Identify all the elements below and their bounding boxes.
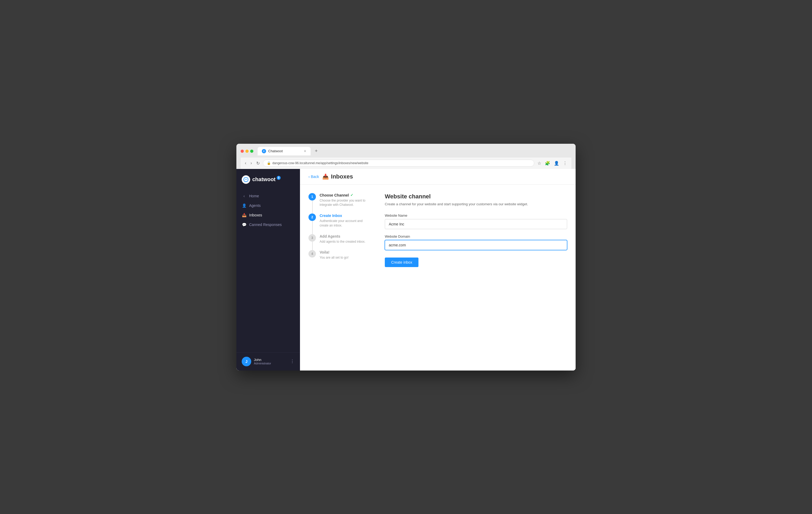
forward-nav-button[interactable]: › xyxy=(250,160,253,167)
form-title: Website channel xyxy=(385,193,567,200)
sidebar-item-label: Canned Responses xyxy=(249,222,282,227)
step-4-desc: You are all set to go! xyxy=(320,255,372,260)
inboxes-header-icon: 📥 xyxy=(322,173,329,180)
close-button[interactable] xyxy=(241,150,244,153)
sidebar-item-label: Home xyxy=(249,194,259,198)
user-info: John Administrator xyxy=(254,358,288,365)
sidebar-footer: J John Administrator ⋮ xyxy=(236,352,300,371)
svg-point-0 xyxy=(244,177,248,182)
step-1-desc: Choose the provider you want to integrat… xyxy=(320,198,372,208)
sidebar-item-label: Agents xyxy=(249,204,261,208)
agents-icon: 👤 xyxy=(242,204,246,208)
step-3: 3 Add Agents Add agents to the created i… xyxy=(309,234,372,244)
back-chevron-icon: ‹ xyxy=(309,174,310,179)
canned-responses-icon: 💬 xyxy=(242,222,246,227)
url-display: dangerous-cow-96.localtunnel.me/app/sett… xyxy=(272,161,368,165)
step-4-circle: 4 xyxy=(309,250,316,258)
main-area: ‹ Back 📥 Inboxes 1 Choo xyxy=(300,169,576,371)
step-4-info: Voila! You are all set to go! xyxy=(320,250,372,260)
user-menu-button[interactable]: ⋮ xyxy=(290,359,294,364)
sidebar-logo: chatwoot 8 xyxy=(236,169,300,189)
bookmark-icon[interactable]: ☆ xyxy=(536,160,542,167)
step-2-desc: Authenticate your account and create an … xyxy=(320,219,372,228)
avatar: J xyxy=(242,357,251,366)
step-2-info: Create Inbox Authenticate your account a… xyxy=(320,214,372,228)
sidebar-item-canned-responses[interactable]: 💬 Canned Responses xyxy=(236,220,300,229)
logo-badge: 8 xyxy=(277,176,281,180)
logo-text: chatwoot xyxy=(252,177,276,183)
create-inbox-button[interactable]: Create inbox xyxy=(385,258,418,267)
page-title-text: Inboxes xyxy=(331,173,353,180)
step-1-check-icon: ✓ xyxy=(350,193,353,197)
logo-icon xyxy=(242,175,250,184)
home-icon: ‹ xyxy=(242,194,246,198)
website-name-label: Website Name xyxy=(385,214,567,217)
step-1-title: Choose Channel ✓ xyxy=(320,193,372,197)
profile-icon[interactable]: 👤 xyxy=(553,160,560,167)
wizard-content: 1 Choose Channel ✓ Choose the provider y… xyxy=(300,185,576,371)
toolbar-actions: ☆ 🧩 👤 ⋮ xyxy=(536,160,568,167)
user-role: Administrator xyxy=(254,362,288,365)
user-name: John xyxy=(254,358,288,362)
step-1-circle: 1 xyxy=(309,193,316,200)
step-3-circle: 3 xyxy=(309,234,316,242)
sidebar-item-home[interactable]: ‹ Home xyxy=(236,191,300,201)
main-header: ‹ Back 📥 Inboxes xyxy=(300,169,576,185)
inboxes-icon: 📥 xyxy=(242,213,246,217)
website-name-input[interactable] xyxy=(385,219,567,229)
step-4-title: Voila! xyxy=(320,250,372,254)
step-3-desc: Add agents to the created inbox. xyxy=(320,240,372,244)
app-content: chatwoot 8 ‹ Home 👤 Agents 📥 Inboxes 💬 xyxy=(236,169,576,371)
sidebar: chatwoot 8 ‹ Home 👤 Agents 📥 Inboxes 💬 xyxy=(236,169,300,371)
sidebar-item-agents[interactable]: 👤 Agents xyxy=(236,201,300,210)
address-bar[interactable]: 🔒 dangerous-cow-96.localtunnel.me/app/se… xyxy=(263,160,534,167)
tab-label: Chatwoot xyxy=(268,149,283,153)
sidebar-item-label: Inboxes xyxy=(249,213,262,217)
new-tab-button[interactable]: + xyxy=(313,147,320,155)
back-link[interactable]: ‹ Back xyxy=(309,174,319,179)
maximize-button[interactable] xyxy=(250,150,253,153)
step-2-title: Create Inbox xyxy=(320,214,372,218)
reload-button[interactable]: ↻ xyxy=(255,160,261,167)
back-label: Back xyxy=(311,174,319,179)
tab-close-icon[interactable]: ✕ xyxy=(304,149,307,153)
page-title: 📥 Inboxes xyxy=(322,173,353,180)
menu-icon[interactable]: ⋮ xyxy=(562,160,568,167)
form-subtitle: Create a channel for your website and st… xyxy=(385,202,567,206)
sidebar-nav: ‹ Home 👤 Agents 📥 Inboxes 💬 Canned Respo… xyxy=(236,189,300,352)
browser-tab[interactable]: C Chatwoot ✕ xyxy=(258,147,311,156)
website-domain-group: Website Domain xyxy=(385,235,567,250)
sidebar-item-inboxes[interactable]: 📥 Inboxes xyxy=(236,210,300,220)
step-3-title: Add Agents xyxy=(320,234,372,238)
step-4: 4 Voila! You are all set to go! xyxy=(309,250,372,260)
step-3-info: Add Agents Add agents to the created inb… xyxy=(320,234,372,244)
website-domain-input[interactable] xyxy=(385,240,567,250)
traffic-lights xyxy=(241,150,253,153)
step-1: 1 Choose Channel ✓ Choose the provider y… xyxy=(309,193,372,208)
browser-window: C Chatwoot ✕ + ‹ › ↻ 🔒 dangerous-cow-96.… xyxy=(236,144,576,371)
extension-icon[interactable]: 🧩 xyxy=(544,160,551,167)
browser-toolbar: ‹ › ↻ 🔒 dangerous-cow-96.localtunnel.me/… xyxy=(241,158,571,169)
website-domain-label: Website Domain xyxy=(385,235,567,238)
step-2: 2 Create Inbox Authenticate your account… xyxy=(309,214,372,228)
tab-favicon: C xyxy=(262,149,266,153)
form-panel: Website channel Create a channel for you… xyxy=(385,193,567,362)
steps-panel: 1 Choose Channel ✓ Choose the provider y… xyxy=(309,193,372,362)
step-1-info: Choose Channel ✓ Choose the provider you… xyxy=(320,193,372,208)
website-name-group: Website Name xyxy=(385,214,567,229)
minimize-button[interactable] xyxy=(245,150,249,153)
browser-titlebar: C Chatwoot ✕ + ‹ › ↻ 🔒 dangerous-cow-96.… xyxy=(236,144,576,169)
step-2-circle: 2 xyxy=(309,214,316,221)
back-nav-button[interactable]: ‹ xyxy=(244,160,247,167)
